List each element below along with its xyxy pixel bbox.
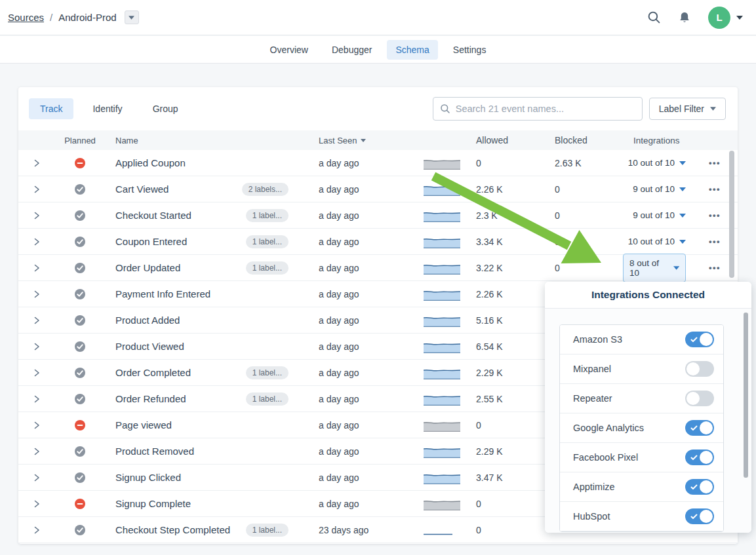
- event-volume-sparkline: [424, 366, 460, 379]
- label-badge[interactable]: 2 labels...: [242, 183, 288, 196]
- event-volume-sparkline: [424, 235, 460, 248]
- allowed-count: 2.29 K: [466, 360, 544, 385]
- tab-overview[interactable]: Overview: [262, 40, 317, 60]
- event-name[interactable]: Signup Complete: [115, 498, 191, 509]
- row-expander[interactable]: [33, 185, 40, 194]
- integrations-dropdown[interactable]: 9 out of 10: [633, 184, 686, 194]
- label-filter-button[interactable]: Label Filter: [649, 98, 726, 120]
- tab-settings[interactable]: Settings: [445, 40, 495, 60]
- event-name[interactable]: Cart Viewed: [115, 183, 169, 195]
- event-name[interactable]: Payment Info Entered: [115, 288, 210, 299]
- integration-row: Apptimize: [560, 472, 723, 502]
- row-expander[interactable]: [33, 211, 40, 220]
- row-expander[interactable]: [33, 290, 40, 299]
- notifications-button[interactable]: [678, 10, 691, 25]
- integrations-count: 10 out of 10: [628, 237, 675, 246]
- integration-toggle[interactable]: [685, 450, 714, 465]
- chevron-right-icon: [33, 447, 40, 456]
- chevron-down-icon: [679, 187, 686, 191]
- table-row: Cart Viewed 2 labels... a day ago 2.26 K…: [18, 176, 738, 202]
- column-header-last-seen: Last Seen: [308, 130, 413, 150]
- breadcrumb-sources-link[interactable]: Sources: [8, 12, 44, 23]
- row-expander[interactable]: [33, 159, 40, 168]
- search-button[interactable]: [647, 10, 661, 24]
- tab-debugger[interactable]: Debugger: [323, 40, 381, 60]
- integration-toggle[interactable]: [685, 332, 714, 347]
- unplanned-minus-icon: [74, 157, 86, 169]
- row-expander[interactable]: [33, 499, 40, 508]
- account-menu[interactable]: L: [708, 7, 743, 29]
- table-scrollbar-thumb[interactable]: [729, 151, 734, 278]
- row-menu-button[interactable]: •••: [709, 184, 721, 194]
- schema-toolbar: Track Identify Group Label Filter: [18, 87, 738, 130]
- planned-status: [74, 183, 86, 195]
- label-badge[interactable]: 1 label...: [246, 235, 288, 248]
- integrations-dropdown[interactable]: 10 out of 10: [628, 158, 686, 168]
- row-expander[interactable]: [33, 342, 40, 351]
- avatar[interactable]: L: [708, 7, 730, 29]
- tab-group[interactable]: Group: [142, 98, 189, 119]
- event-name[interactable]: Coupon Entered: [115, 236, 187, 247]
- integration-toggle[interactable]: [685, 479, 714, 495]
- row-menu-button[interactable]: •••: [709, 210, 721, 220]
- event-name[interactable]: Order Completed: [115, 367, 191, 378]
- integrations-dropdown[interactable]: 9 out of 10: [633, 210, 686, 220]
- event-volume-sparkline: [424, 340, 460, 353]
- row-expander[interactable]: [33, 263, 40, 273]
- integrations-dropdown[interactable]: 8 out of 10: [623, 254, 686, 282]
- blocked-count: 0: [544, 202, 623, 228]
- tab-schema[interactable]: Schema: [387, 40, 437, 60]
- blocked-count: 2.63 K: [544, 150, 623, 176]
- planned-status: [74, 288, 86, 300]
- integration-toggle[interactable]: [685, 508, 714, 524]
- check-icon: [690, 484, 698, 490]
- blocked-count: 0: [544, 176, 623, 202]
- label-badge[interactable]: 1 label...: [246, 366, 288, 379]
- event-name[interactable]: Page viewed: [115, 419, 172, 431]
- row-expander[interactable]: [33, 526, 40, 535]
- integrations-list: Amazon S3 Mixpanel Repeater Google Analy…: [559, 324, 724, 532]
- row-expander[interactable]: [33, 237, 40, 246]
- event-name[interactable]: Order Refunded: [115, 393, 186, 404]
- row-expander[interactable]: [33, 447, 40, 456]
- event-name[interactable]: Product Viewed: [115, 341, 184, 352]
- event-name[interactable]: Product Removed: [115, 446, 194, 457]
- integration-toggle[interactable]: [685, 391, 714, 406]
- event-volume-sparkline: [424, 419, 460, 432]
- planned-status: [74, 524, 86, 536]
- event-volume-sparkline: [424, 445, 460, 458]
- tab-identify[interactable]: Identify: [81, 98, 133, 119]
- integration-toggle[interactable]: [685, 420, 714, 436]
- integrations-popup-title: Integrations Connected: [545, 282, 751, 309]
- chevron-right-icon: [33, 263, 40, 273]
- label-badge[interactable]: 1 label...: [246, 524, 288, 537]
- integration-toggle[interactable]: [685, 361, 714, 377]
- row-menu-button[interactable]: •••: [709, 263, 721, 273]
- tab-track[interactable]: Track: [29, 98, 73, 119]
- row-expander[interactable]: [33, 394, 40, 404]
- integrations-dropdown[interactable]: 10 out of 10: [628, 237, 686, 246]
- row-menu-button[interactable]: •••: [709, 237, 721, 246]
- event-name[interactable]: Product Added: [115, 315, 180, 326]
- row-expander[interactable]: [33, 473, 40, 482]
- label-badge[interactable]: 1 label...: [246, 261, 288, 275]
- popup-scrollbar-thumb[interactable]: [744, 313, 748, 478]
- row-expander[interactable]: [33, 421, 40, 430]
- event-name[interactable]: Checkout Started: [115, 210, 191, 221]
- row-expander[interactable]: [33, 368, 40, 377]
- label-badge[interactable]: 1 label...: [246, 392, 288, 406]
- source-switcher-button[interactable]: [125, 10, 139, 24]
- allowed-count: 0: [466, 150, 544, 176]
- event-name[interactable]: Applied Coupon: [115, 157, 186, 168]
- event-name[interactable]: Checkout Step Completed: [115, 524, 230, 535]
- event-name[interactable]: Signup Clicked: [115, 472, 181, 483]
- search-icon: [440, 104, 450, 114]
- event-name[interactable]: Order Updated: [115, 262, 180, 273]
- event-search-input[interactable]: [456, 104, 635, 114]
- row-expander[interactable]: [33, 316, 40, 325]
- sort-last-seen[interactable]: Last Seen: [319, 136, 366, 145]
- row-menu-button[interactable]: •••: [709, 158, 721, 168]
- label-badge[interactable]: 1 label...: [246, 209, 288, 222]
- allowed-count: 5.16 K: [466, 307, 544, 333]
- last-seen-value: a day ago: [308, 465, 413, 490]
